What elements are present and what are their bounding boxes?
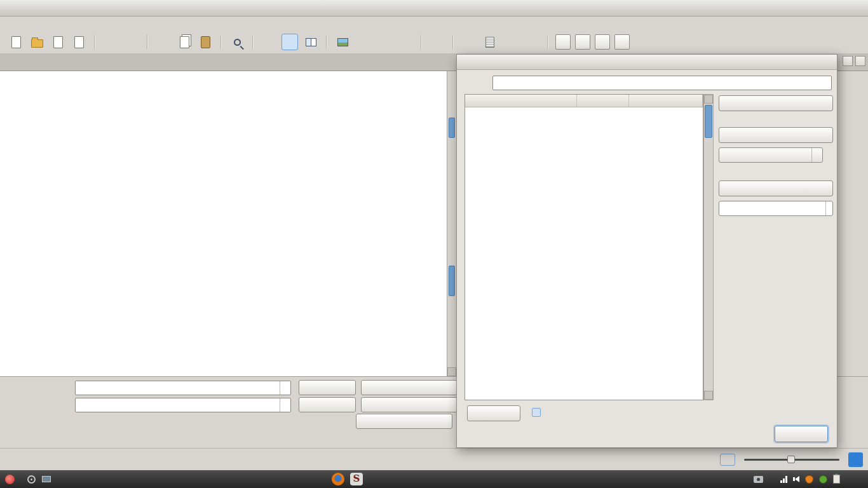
save-icon [74,36,84,48]
reports-button[interactable] [482,34,498,50]
titlebar[interactable] [0,0,868,17]
chevron-down-icon[interactable] [280,398,290,412]
screenshot-icon[interactable] [754,476,763,483]
clipboard-icon[interactable] [833,475,840,484]
copy-button[interactable] [176,34,193,50]
split-view-button[interactable] [302,34,319,50]
firefox-icon[interactable] [332,473,344,485]
gear-icon[interactable] [27,475,36,484]
updates-icon[interactable] [819,475,827,484]
replace-all-button[interactable] [361,397,458,412]
copy-icon [180,36,189,48]
ignore-button[interactable] [719,95,833,111]
paste-button[interactable] [197,34,214,50]
editor-scrollbar[interactable] [447,71,456,376]
table-header [465,95,703,107]
column-count[interactable] [577,95,629,107]
lowercase-button[interactable] [555,34,571,50]
add-file-icon [53,36,63,48]
checkbox-icon[interactable] [532,408,541,417]
validate-button[interactable] [524,34,540,50]
toolbar-separator [220,35,222,49]
shield-icon[interactable] [805,475,813,484]
scrollbar-thumb[interactable] [449,118,455,138]
change-selected-word-button[interactable] [719,180,833,196]
taskbar: S [0,470,868,488]
find-replace-button[interactable] [361,380,458,395]
spellcheck-dialog [456,54,837,448]
redo-button[interactable] [123,34,140,50]
dock-close-icon[interactable] [855,56,865,66]
scroll-down-icon[interactable] [447,367,456,376]
uppercase-button[interactable] [575,34,590,50]
display-icon[interactable] [42,476,51,482]
toolbar-separator [252,35,254,49]
paste-icon [201,36,210,48]
zoom-out-button[interactable] [720,454,735,466]
add-file-button[interactable] [50,34,66,50]
distro-logo-icon[interactable] [5,475,15,484]
chevron-down-icon[interactable] [825,201,836,215]
dictionary-select[interactable] [719,147,823,163]
scrollbar-thumb[interactable] [449,266,455,296]
editor-lines [0,71,447,376]
code-editor[interactable] [0,71,456,376]
refresh-button[interactable] [467,405,520,421]
code-view-button[interactable] [281,34,298,50]
spellcheck-table [465,94,703,400]
toolbar-separator [147,35,148,49]
insert-link-button[interactable] [397,34,414,50]
table-scrollbar[interactable] [703,94,714,400]
column-word[interactable] [465,95,577,107]
toolbar-separator [326,35,327,49]
sigil-icon[interactable]: S [350,473,363,485]
open-file-button[interactable] [29,34,45,50]
scroll-down-icon[interactable] [704,391,713,400]
toolbar-separator [547,35,548,49]
zoom-in-button[interactable] [848,452,863,467]
toolbar [0,30,868,53]
find-input[interactable] [75,381,291,395]
count-button[interactable] [356,414,452,429]
replace-input-field[interactable] [76,400,280,409]
find-input-field[interactable] [76,383,280,392]
change-word-input[interactable] [724,204,825,214]
new-file-icon [11,36,21,48]
new-file-button[interactable] [8,34,24,50]
insert-image-button[interactable] [334,34,351,50]
toolbar-separator [94,35,95,49]
show-all-words-option[interactable] [532,408,545,417]
insert-id-button[interactable] [376,34,393,50]
save-button[interactable] [71,34,87,50]
replace-button[interactable] [299,397,356,412]
column-misspelled[interactable] [629,95,703,107]
scroll-up-icon[interactable] [704,95,713,104]
cut-button[interactable] [155,34,172,50]
find-button[interactable] [229,34,245,50]
filter-input[interactable] [492,76,832,90]
capitalize-button[interactable] [614,34,630,50]
dialog-titlebar[interactable] [457,55,837,70]
statusbar [0,448,868,470]
back-button[interactable] [429,34,445,50]
spellcheck-button[interactable] [503,34,519,50]
volume-icon[interactable] [793,476,799,482]
book-view-button[interactable] [261,34,277,50]
replace-input[interactable] [75,398,291,412]
titlecase-button[interactable] [595,34,610,50]
dock-float-icon[interactable] [843,56,853,66]
chevron-down-icon[interactable] [280,381,290,395]
add-to-dictionary-button[interactable] [719,127,833,143]
find-button-panel[interactable] [299,380,356,395]
spinner-icon[interactable] [811,148,822,162]
ok-button[interactable] [775,426,828,442]
undo-button[interactable] [102,34,119,50]
table-scrollbar-thumb[interactable] [705,105,712,138]
zoom-slider[interactable] [744,459,839,461]
zoom-slider-handle[interactable] [787,456,795,463]
metadata-button[interactable] [461,34,477,50]
change-word-combo[interactable] [719,201,833,216]
special-character-button[interactable] [355,34,372,50]
network-signal-icon[interactable] [780,476,787,483]
split-view-icon [306,38,316,46]
